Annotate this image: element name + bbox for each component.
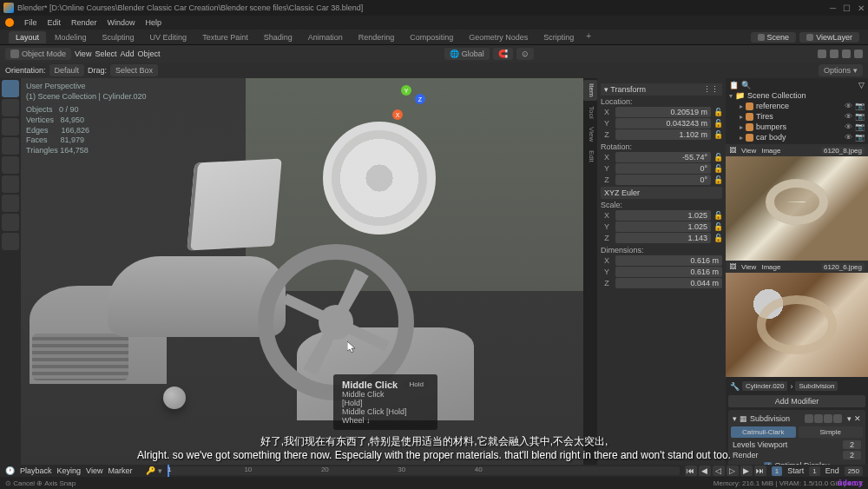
mod-show-cage[interactable] xyxy=(833,414,842,423)
npanel-tab-item[interactable]: Item xyxy=(583,80,597,101)
play-button[interactable]: ▷ xyxy=(727,466,739,476)
levels-viewport-field[interactable]: 2 xyxy=(843,440,861,449)
timeline-marker[interactable]: Marker xyxy=(108,466,132,475)
annotate-tool[interactable] xyxy=(2,195,19,212)
timeline-playback[interactable]: Playback xyxy=(20,466,52,475)
move-tool[interactable] xyxy=(2,118,19,135)
outliner-item[interactable]: ▸car body👁📷 xyxy=(727,132,866,142)
drag-action-dropdown[interactable]: Select Box xyxy=(110,64,158,76)
transform-header[interactable]: ▾ Transform⋮⋮ xyxy=(601,83,722,96)
lock-icon[interactable]: 🔓 xyxy=(713,108,722,116)
tab-rendering[interactable]: Rendering xyxy=(352,31,402,43)
clock-icon[interactable]: 🕐 xyxy=(5,466,15,475)
filter-button[interactable]: ▽ xyxy=(858,81,865,89)
3d-viewport[interactable]: User Perspective (1) Scene Collection | … xyxy=(21,78,583,465)
add-modifier-button[interactable]: Add Modifier xyxy=(728,395,865,407)
menu-help[interactable]: Help xyxy=(146,18,162,27)
lock-icon[interactable]: 🔓 xyxy=(713,119,722,128)
menu-select[interactable]: Select xyxy=(95,50,116,58)
lock-icon[interactable]: 🔓 xyxy=(713,211,722,220)
end-frame-field[interactable]: 250 xyxy=(845,466,863,476)
axis-gizmo[interactable]: X Y Z xyxy=(389,83,427,122)
menu-add[interactable]: Add xyxy=(120,50,134,58)
proportional-edit[interactable]: ⊙ xyxy=(516,48,534,60)
menu-render[interactable]: Render xyxy=(71,18,97,27)
rotate-tool[interactable] xyxy=(2,137,19,155)
add-workspace-button[interactable]: + xyxy=(586,31,591,43)
lock-icon[interactable]: 🔓 xyxy=(713,130,722,139)
scale-tool[interactable] xyxy=(2,156,19,174)
axis-x[interactable]: X xyxy=(392,109,403,120)
dim-y-field[interactable]: 0.616 m xyxy=(615,267,722,277)
catmull-clark-tab[interactable]: Catmull-Clark xyxy=(731,426,796,438)
timeline-keying[interactable]: Keying xyxy=(57,466,82,475)
cursor-tool[interactable] xyxy=(2,99,19,116)
options-dropdown[interactable]: Options ▾ xyxy=(819,64,863,76)
shading-wireframe[interactable] xyxy=(818,50,826,58)
loc-z-field[interactable]: 1.102 m xyxy=(615,129,711,140)
rotation-mode-dropdown[interactable]: XYZ Euler xyxy=(601,187,722,199)
tab-texture-paint[interactable]: Texture Paint xyxy=(195,31,255,43)
rot-z-field[interactable]: 0° xyxy=(615,175,711,185)
image-filename[interactable]: 6120_6.jpeg xyxy=(821,263,865,271)
filter-icon[interactable]: 🔍 xyxy=(741,81,751,89)
mod-show-render[interactable] xyxy=(814,414,823,423)
shading-material[interactable] xyxy=(842,50,851,58)
npanel-tab-tool[interactable]: Tool xyxy=(583,102,597,122)
jump-end-button[interactable]: ⏭ xyxy=(754,466,766,476)
scene-selector[interactable]: Scene xyxy=(751,32,797,43)
tab-scripting[interactable]: Scripting xyxy=(536,31,581,43)
npanel-tab-edit[interactable]: Edit xyxy=(583,147,597,166)
select-box-tool[interactable] xyxy=(2,80,19,97)
tab-compositing[interactable]: Compositing xyxy=(403,31,460,43)
scl-z-field[interactable]: 1.143 xyxy=(615,233,711,243)
current-frame-field[interactable]: 1 xyxy=(772,466,782,476)
image-filename[interactable]: 6120_8.jpeg xyxy=(821,147,865,155)
orientation-dropdown[interactable]: Default xyxy=(49,64,85,76)
add-cube-tool[interactable] xyxy=(2,233,19,250)
tab-shading[interactable]: Shading xyxy=(257,31,299,43)
outliner-scene-collection[interactable]: ▾📁Scene Collection xyxy=(727,90,866,101)
outliner-item[interactable]: ▸reference👁📷 xyxy=(727,101,866,111)
menu-view[interactable]: View xyxy=(75,50,91,58)
img-menu-image[interactable]: Image xyxy=(761,147,780,155)
maximize-button[interactable]: ☐ xyxy=(843,3,851,13)
viewlayer-selector[interactable]: ViewLayer xyxy=(799,32,859,43)
scl-y-field[interactable]: 1.025 xyxy=(615,221,711,232)
modifier-name[interactable]: Subdivision xyxy=(750,414,790,423)
menu-window[interactable]: Window xyxy=(108,18,135,27)
loc-x-field[interactable]: 0.20519 m xyxy=(615,107,711,117)
loc-y-field[interactable]: 0.043243 m xyxy=(615,118,711,129)
lock-icon[interactable]: 🔓 xyxy=(713,164,722,173)
tab-modeling[interactable]: Modeling xyxy=(48,31,94,43)
shading-rendered[interactable] xyxy=(854,50,863,58)
img-menu-view[interactable]: View xyxy=(741,263,756,271)
transform-tool[interactable] xyxy=(2,175,19,193)
start-frame-field[interactable]: 1 xyxy=(809,466,819,476)
prev-keyframe-button[interactable]: ◀ xyxy=(699,466,711,476)
lock-icon[interactable]: 🔓 xyxy=(713,234,722,242)
orientation-selector[interactable]: 🌐Global xyxy=(444,48,490,60)
next-keyframe-button[interactable]: ▶ xyxy=(740,466,753,476)
play-reverse-button[interactable]: ◁ xyxy=(713,466,725,476)
img-menu-image[interactable]: Image xyxy=(761,263,780,271)
tab-uv-editing[interactable]: UV Editing xyxy=(143,31,194,43)
dim-x-field[interactable]: 0.616 m xyxy=(615,255,722,266)
axis-y[interactable]: Y xyxy=(401,85,411,96)
tab-geometry-nodes[interactable]: Geometry Nodes xyxy=(462,31,535,43)
lock-icon[interactable]: 🔓 xyxy=(713,175,722,184)
mode-selector[interactable]: Object Mode xyxy=(5,48,71,60)
levels-render-field[interactable]: 2 xyxy=(843,451,861,459)
outliner-item[interactable]: ▸bumpers👁📷 xyxy=(727,122,866,132)
timeline-view[interactable]: View xyxy=(86,466,102,475)
shading-solid[interactable] xyxy=(830,50,838,58)
tab-sculpting[interactable]: Sculpting xyxy=(95,31,141,43)
snap-toggle[interactable]: 🧲 xyxy=(493,48,513,60)
rot-x-field[interactable]: -55.74° xyxy=(615,152,711,162)
image-editor-1[interactable]: 🖼ViewImage6120_8.jpeg xyxy=(726,144,868,261)
minimize-button[interactable]: ─ xyxy=(830,3,836,13)
modifier-breadcrumb[interactable]: Subdivision xyxy=(795,381,838,391)
close-button[interactable]: ✕ xyxy=(858,3,865,13)
modifier-menu[interactable]: ▾ xyxy=(847,414,852,423)
menu-edit[interactable]: Edit xyxy=(48,18,62,27)
